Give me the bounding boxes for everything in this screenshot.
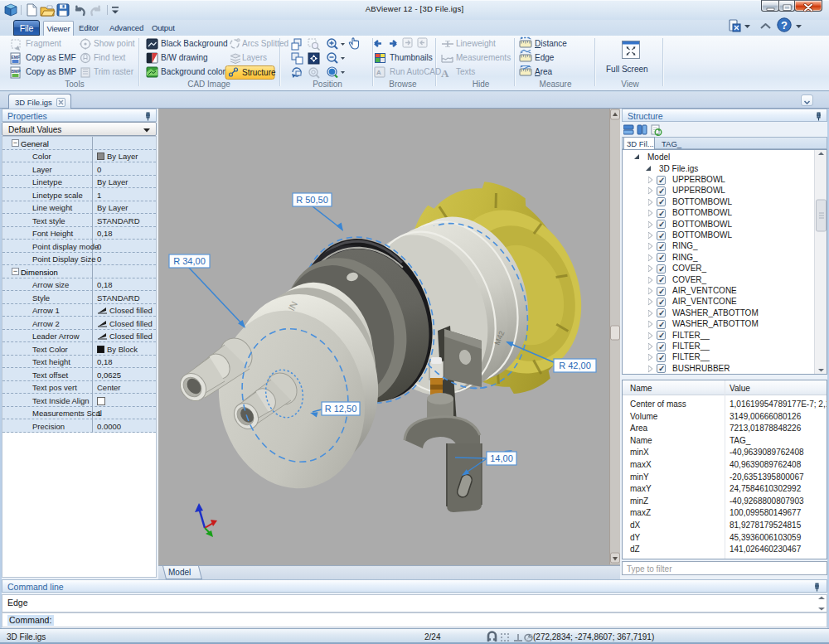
svg-text:R 50,50: R 50,50 (296, 195, 328, 205)
svg-text:R 42,00: R 42,00 (559, 361, 591, 370)
svg-text:R 12,50: R 12,50 (325, 404, 357, 414)
svg-text:BMP: BMP (12, 69, 22, 74)
svg-text:A: A (376, 69, 381, 76)
svg-text:EMF: EMF (12, 55, 21, 60)
svg-text:R 34,00: R 34,00 (173, 256, 206, 266)
svg-text:A: A (441, 67, 449, 80)
svg-text:14,00: 14,00 (490, 453, 513, 463)
svg-text:?: ? (781, 19, 788, 31)
